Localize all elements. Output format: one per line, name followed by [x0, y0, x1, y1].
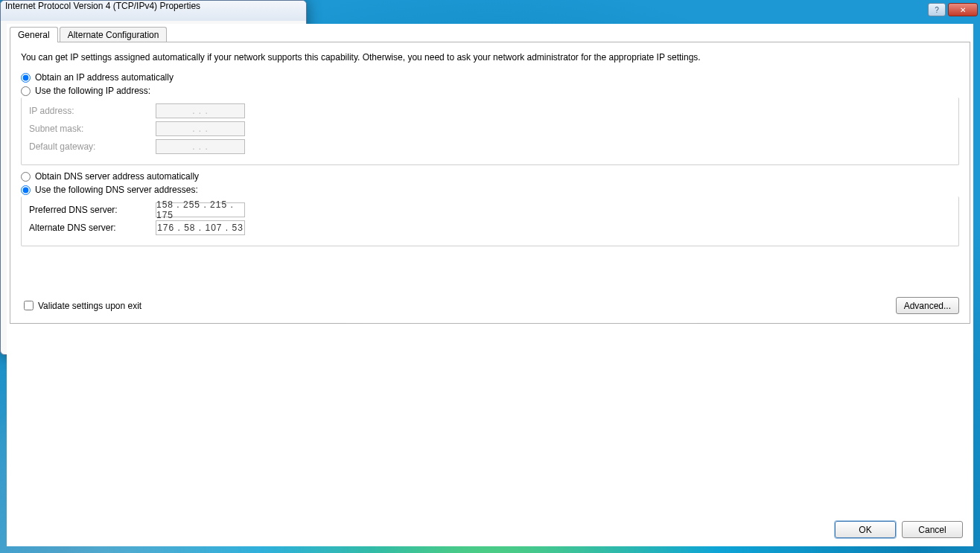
gateway-input: . . .: [156, 139, 245, 154]
radio-auto-ip[interactable]: Obtain an IP address automatically: [21, 72, 959, 83]
ok-button[interactable]: OK: [835, 521, 896, 538]
close-button[interactable]: ✕: [948, 3, 978, 16]
dns-fieldset: Preferred DNS server:158 . 255 . 215 . 1…: [21, 196, 959, 246]
radio-manual-ip[interactable]: Use the following IP address:: [21, 86, 959, 96]
tab-general[interactable]: General: [10, 27, 58, 42]
radio-manual-dns[interactable]: Use the following DNS server addresses:: [21, 185, 959, 195]
help-button[interactable]: ?: [928, 3, 946, 16]
validate-checkbox[interactable]: [24, 301, 34, 310]
alternate-dns-input[interactable]: 176 . 58 . 107 . 53: [156, 220, 245, 235]
ipv4-properties-dialog: Internet Protocol Version 4 (TCP/IPv4) P…: [0, 0, 307, 355]
radio-auto-dns[interactable]: Obtain DNS server address automatically: [21, 171, 959, 182]
subnet-mask-input: . . .: [156, 121, 245, 136]
general-page: You can get IP settings assigned automat…: [10, 42, 970, 324]
tab-altconfig[interactable]: Alternate Configuration: [60, 27, 168, 42]
ipv4-titlebar[interactable]: Internet Protocol Version 4 (TCP/IPv4) P…: [1, 1, 306, 21]
ip-fieldset: IP address:. . . Subnet mask:. . . Defau…: [21, 98, 959, 165]
advanced-button[interactable]: Advanced...: [896, 297, 959, 314]
ip-address-input: . . .: [156, 103, 245, 118]
cancel-button[interactable]: Cancel: [902, 521, 963, 538]
preferred-dns-input[interactable]: 158 . 255 . 215 . 175: [156, 202, 245, 217]
